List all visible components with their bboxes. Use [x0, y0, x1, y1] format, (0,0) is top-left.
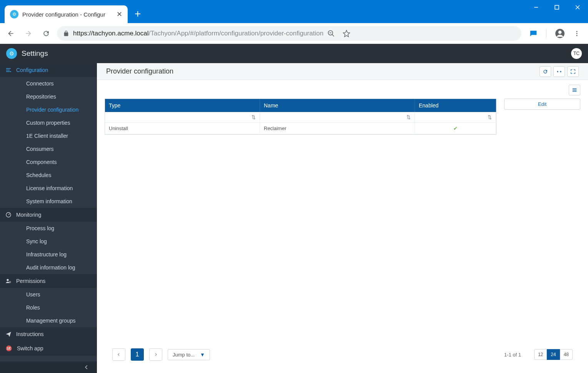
- page-next-button[interactable]: [149, 348, 162, 361]
- sidebar-section-label: Switch app: [17, 345, 43, 351]
- gauge-icon: [5, 212, 12, 218]
- lock-icon: [63, 30, 69, 37]
- page-size-48[interactable]: 48: [560, 349, 573, 360]
- sort-icon[interactable]: ⇅: [486, 114, 493, 120]
- switch-app-icon: 1E: [5, 345, 12, 352]
- sidebar-item-infrastructure-log[interactable]: Infrastructure log: [0, 248, 97, 261]
- address-bar[interactable]: https://tachyon.acme.local/Tachyon/App/#…: [57, 26, 521, 41]
- sidebar-section-configuration[interactable]: Configuration: [0, 63, 97, 77]
- cell-enabled: ✔: [415, 123, 496, 134]
- filter-input-type[interactable]: [107, 114, 250, 121]
- sidebar-section-permissions[interactable]: Permissions: [0, 274, 97, 288]
- svg-line-5: [332, 34, 334, 36]
- sidebar-item-users[interactable]: Users: [0, 288, 97, 301]
- sidebar-item-custom-properties[interactable]: Custom properties: [0, 116, 97, 129]
- svg-point-10: [576, 33, 578, 34]
- sidebar-section-monitoring[interactable]: Monitoring: [0, 208, 97, 222]
- profile-icon[interactable]: [555, 28, 565, 38]
- browser-tab[interactable]: ⚙ Provider configuration - Configur ✕: [5, 5, 128, 23]
- tab-favicon-icon: ⚙: [10, 10, 18, 18]
- jump-to-dropdown[interactable]: Jump to... ▼: [168, 349, 210, 360]
- filter-input-enabled[interactable]: [417, 114, 486, 121]
- window-controls: [526, 0, 588, 15]
- column-header-type[interactable]: Type: [105, 99, 260, 112]
- page-size-group: 12 24 48: [534, 349, 573, 360]
- sidebar-section-label: Monitoring: [16, 212, 41, 218]
- column-header-name[interactable]: Name: [260, 99, 415, 112]
- sort-icon[interactable]: ⇅: [250, 114, 257, 120]
- sort-icon[interactable]: ⇅: [405, 114, 412, 120]
- sidebar-section-label: Permissions: [16, 278, 45, 284]
- svg-text:1E: 1E: [7, 347, 11, 350]
- collapse-columns-button[interactable]: [553, 66, 565, 77]
- back-button[interactable]: [4, 27, 18, 40]
- forward-button[interactable]: [22, 27, 35, 40]
- sidebar-item-schedules[interactable]: Schedules: [0, 169, 97, 182]
- fullscreen-button[interactable]: [567, 66, 579, 77]
- app-header: ⚙ Settings TC: [0, 44, 588, 63]
- sidebar-section-label: Instructions: [16, 331, 44, 337]
- svg-point-13: [8, 70, 10, 71]
- browser-toolbar: https://tachyon.acme.local/Tachyon/App/#…: [0, 23, 588, 44]
- sidebar-item-components[interactable]: Components: [0, 156, 97, 169]
- user-cog-icon: [5, 278, 12, 284]
- sidebar-item-roles[interactable]: Roles: [0, 301, 97, 314]
- sidebar-section-instructions[interactable]: Instructions: [0, 327, 97, 341]
- feedback-icon[interactable]: [529, 29, 538, 38]
- sidebar-item-connectors[interactable]: Connectors: [0, 77, 97, 90]
- page-size-12[interactable]: 12: [534, 349, 547, 360]
- new-tab-button[interactable]: +: [135, 8, 141, 20]
- sidebar-item-license-information[interactable]: License information: [0, 182, 97, 195]
- page-number-button[interactable]: 1: [131, 348, 144, 361]
- sidebar-item-provider-configuration[interactable]: Provider configuration: [0, 103, 97, 116]
- table-filter-row: ⇅ ⇅ ⇅: [105, 112, 496, 123]
- svg-point-8: [558, 30, 562, 34]
- sidebar-section-switch-app[interactable]: 1E Switch app: [0, 341, 97, 356]
- side-actions: Edit: [504, 99, 580, 110]
- column-header-enabled[interactable]: Enabled: [415, 99, 496, 112]
- table-menu-button[interactable]: [569, 85, 580, 95]
- jump-to-label: Jump to...: [173, 352, 195, 358]
- filter-input-name[interactable]: [262, 114, 405, 121]
- tab-close-icon[interactable]: ✕: [117, 10, 122, 18]
- sidebar-item-audit-information-log[interactable]: Audit information log: [0, 261, 97, 274]
- close-window-button[interactable]: [567, 0, 588, 15]
- chevron-left-icon: [84, 365, 89, 370]
- toolbar-divider: [546, 29, 546, 38]
- svg-point-11: [576, 35, 578, 36]
- svg-point-9: [576, 31, 578, 32]
- maximize-button[interactable]: [546, 0, 567, 15]
- sidebar-item-process-log[interactable]: Process log: [0, 222, 97, 235]
- minimize-button[interactable]: [526, 0, 546, 15]
- cell-type: Uninstall: [105, 123, 260, 134]
- cell-name: Reclaimer: [260, 123, 415, 134]
- svg-point-14: [10, 71, 11, 72]
- sidebar-item-management-groups[interactable]: Management groups: [0, 314, 97, 327]
- reload-button[interactable]: [39, 27, 53, 40]
- sidebar-item-sync-log[interactable]: Sync log: [0, 235, 97, 248]
- svg-rect-1: [555, 5, 559, 9]
- bookmark-star-icon[interactable]: [343, 30, 350, 37]
- sidebar-item-consumers[interactable]: Consumers: [0, 142, 97, 156]
- page-header: Provider configuration: [97, 63, 588, 80]
- refresh-button[interactable]: [540, 66, 551, 77]
- page-size-24[interactable]: 24: [547, 349, 560, 360]
- tab-title: Provider configuration - Configur: [22, 11, 113, 18]
- sidebar-item-repositories[interactable]: Repositories: [0, 90, 97, 103]
- page-title: Provider configuration: [106, 67, 173, 75]
- table-row[interactable]: Uninstall Reclaimer ✔: [105, 123, 496, 134]
- kebab-menu-icon[interactable]: [573, 30, 580, 37]
- url-text: https://tachyon.acme.local/Tachyon/App/#…: [73, 30, 323, 37]
- sidebar-item-system-information[interactable]: System information: [0, 195, 97, 208]
- pagination: 1 Jump to... ▼ 1-1 of 1 12 24 48: [105, 342, 580, 368]
- sliders-icon: [5, 67, 12, 73]
- zoom-icon[interactable]: [327, 30, 335, 37]
- page-prev-button[interactable]: [112, 348, 125, 361]
- svg-point-12: [10, 68, 11, 69]
- edit-button[interactable]: Edit: [504, 99, 580, 110]
- sidebar-item-client-installer[interactable]: 1E Client installer: [0, 129, 97, 142]
- user-avatar[interactable]: TC: [571, 48, 582, 59]
- sidebar-collapse-button[interactable]: [0, 361, 97, 373]
- app-title: Settings: [22, 49, 48, 58]
- main-content: Provider configuration Type: [97, 63, 588, 373]
